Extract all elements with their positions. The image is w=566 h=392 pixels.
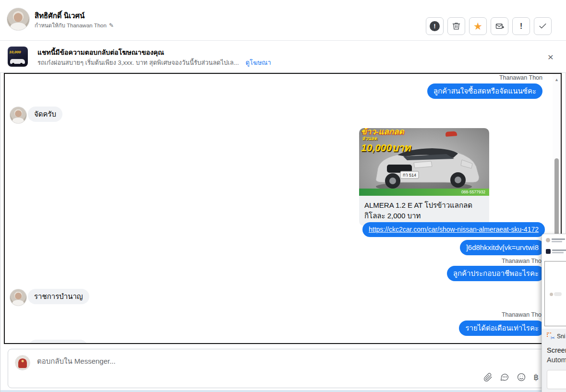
dealer-phone-strip: 088-5577932: [359, 189, 489, 196]
preview-bar: [552, 238, 565, 240]
chat-message-area: Thanawan Thon ลูกค้าสนใจซื้อสดหรือจัดแนน…: [4, 73, 562, 344]
car-photo: กว 514 ข้าว-แลกลด ส่วนลด 10,000บาท 088-5…: [359, 128, 489, 196]
ad-description-text: รถเก๋งผ่อนสบายๆ เริ่มต้นเพียง 3,xxx. บาท…: [37, 59, 239, 66]
assignment-text: กำหนดให้กับ Thanawan Thon: [35, 23, 107, 28]
sender-label: Thanawan Thon: [502, 311, 545, 318]
preview-avatar-dot: [546, 238, 550, 242]
preview-text-bars: [552, 249, 566, 253]
edit-assignment-icon[interactable]: ✎: [109, 22, 114, 29]
ad-thumb-wheel: [20, 63, 23, 65]
license-plate: กว 514: [403, 173, 416, 178]
preview-chat-box: [544, 261, 566, 326]
snip-notification-body: ✂ Sni Screen Autom: [542, 329, 566, 392]
screenshot-preview-thumbnail[interactable]: [542, 234, 566, 329]
emoji-icon[interactable]: [517, 372, 526, 382]
contact-name: สิทธิศักดิ์ นิเวศน์: [35, 10, 84, 22]
avatar-head-shape: [15, 110, 22, 117]
contact-avatar-small: [10, 289, 27, 306]
report-spam-button[interactable]: !: [426, 17, 444, 35]
snip-app-row: ✂ Sni: [547, 333, 565, 340]
ad-banner-title: แชทนี้มีข้อความตอบกลับต่อโฆษณาของคุณ: [37, 47, 164, 58]
preview-bubble: [554, 292, 562, 296]
contact-avatar-small: [10, 107, 27, 124]
snip-app-name: Sni: [557, 333, 565, 340]
outgoing-message-bubble: ]6d8hkxitdv[vk=urvtwi8: [460, 240, 545, 255]
preview-bar: [552, 252, 564, 253]
composer-actions: ฿: [483, 372, 539, 382]
banner-close-icon[interactable]: ×: [548, 52, 554, 62]
sender-label: Thanawan Thon: [499, 74, 542, 81]
snip-message-line1: Screen: [547, 346, 566, 354]
snip-message-line2: Autom: [547, 356, 566, 364]
avatar-head-shape: [14, 13, 23, 22]
partial-message-bubble: [28, 340, 88, 344]
preview-ad-thumb: [546, 249, 551, 254]
ad-thumb-wheel: [12, 63, 14, 65]
avatar-body-shape: [12, 118, 24, 124]
sender-label: Thanawan Thon: [502, 258, 545, 264]
outgoing-message-bubble: ลูกค้าสนใจซื้อสดหรือจัดแนนซ์คะ: [427, 83, 542, 99]
attachment-icon[interactable]: [483, 373, 493, 382]
reply-input[interactable]: [36, 356, 374, 366]
mark-important-button[interactable]: !: [512, 17, 530, 35]
page-avatar: [15, 355, 30, 370]
business-inbox-window: สิทธิศักดิ์ นิเวศน์ กำหนดให้กับ Thanawan…: [0, 0, 566, 392]
payment-baht-icon[interactable]: ฿: [533, 373, 539, 381]
ad-thumbnail[interactable]: 10,000: [8, 47, 28, 67]
preview-avatar-dot: [550, 293, 553, 296]
scissors-icon: ✂: [551, 335, 555, 341]
exclamation-icon: !: [520, 22, 523, 30]
report-icon: !: [430, 21, 440, 31]
scroll-up-arrow-icon[interactable]: ▲: [553, 77, 561, 82]
avatar-head-shape: [15, 293, 22, 299]
delete-button[interactable]: [447, 17, 465, 35]
preview-text-bars: [552, 238, 565, 242]
car-listing-card[interactable]: กว 514 ข้าว-แลกลด ส่วนลด 10,000บาท 088-5…: [359, 128, 489, 226]
preview-header-row: [546, 238, 565, 242]
ad-reply-banner: 10,000 แชทนี้มีข้อความตอบกลับต่อโฆษณาของ…: [0, 41, 566, 73]
mail-unread-icon: [495, 22, 505, 31]
snip-action-button[interactable]: [547, 370, 566, 389]
car-illustration: กว 514: [359, 128, 489, 196]
incoming-message-bubble: จัดครับ: [28, 107, 62, 122]
assignment-label: กำหนดให้กับ Thanawan Thon✎: [35, 21, 114, 30]
preview-bubble-row: [550, 292, 562, 296]
snipping-tool-icon: ✂: [547, 333, 554, 340]
scrollbar-thumb[interactable]: [554, 158, 559, 236]
moderation-toolbar: ! ★ !: [426, 17, 552, 35]
saved-replies-icon[interactable]: [500, 372, 509, 382]
avatar-body-shape: [10, 23, 26, 31]
preview-bar: [552, 249, 566, 251]
mark-done-button[interactable]: [534, 17, 552, 35]
car-link-bubble[interactable]: https://ckc2car.com/car/show-nissan-alme…: [362, 222, 545, 237]
mark-unread-button[interactable]: [491, 17, 508, 35]
page-logo-shape: [18, 358, 27, 368]
promo-discount-amount: 10,000บาท: [361, 140, 410, 155]
ad-banner-description: รถเก๋งผ่อนสบายๆ เริ่มต้นเพียง 3,xxx. บาท…: [37, 58, 271, 68]
snipping-tool-notification[interactable]: ✂ Sni Screen Autom: [542, 234, 566, 392]
star-button[interactable]: ★: [469, 17, 487, 35]
trash-icon: [452, 22, 461, 31]
star-icon: ★: [473, 21, 482, 31]
conversation-header: สิทธิศักดิ์ นิเวศน์ กำหนดให้กับ Thanawan…: [0, 0, 566, 41]
view-ad-link[interactable]: ดูโฆษณา: [246, 59, 271, 66]
preview-bar: [552, 241, 562, 242]
outgoing-message-bubble: ลูกค้าประกอบอาชีพอะไรคะ: [447, 266, 545, 281]
ad-thumb-discount: 10,000: [9, 50, 21, 54]
outgoing-message-bubble: รายได้ต่อเดือนเท่าไรคะ: [459, 321, 545, 336]
contact-avatar[interactable]: [7, 8, 30, 31]
reply-composer[interactable]: ฿: [8, 349, 558, 388]
check-icon: [538, 22, 547, 31]
promo-car-graphic: [446, 131, 458, 137]
incoming-message-bubble: ราชการบำนาญ: [28, 289, 89, 304]
page-logo-dot: [22, 360, 24, 362]
avatar-body-shape: [12, 300, 24, 306]
car-card-caption: ALMERA 1.2 E AT โปรข้าวแลกลด กิโลละ 2,00…: [359, 196, 489, 226]
preview-banner-row: [546, 249, 566, 254]
